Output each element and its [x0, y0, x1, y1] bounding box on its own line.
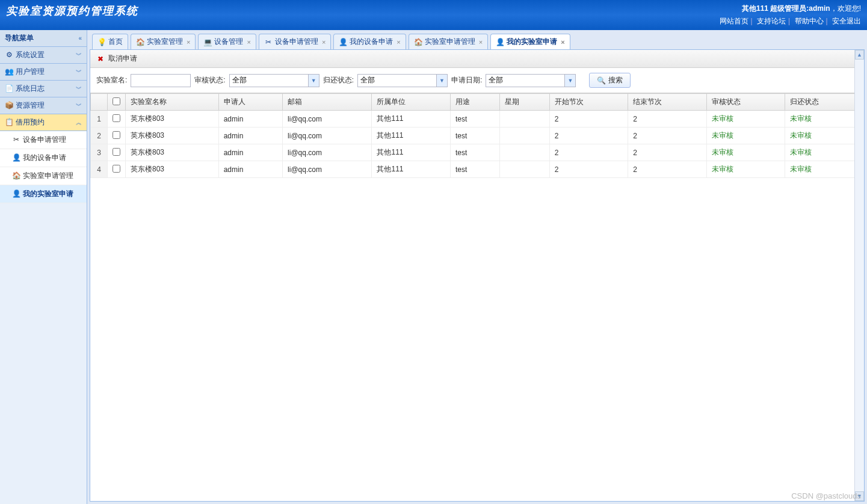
group-icon: ⚙ — [5, 51, 13, 59]
tab[interactable]: 💻设备管理× — [198, 34, 256, 49]
cell: 未审核 — [706, 161, 785, 178]
chevron-down-icon[interactable]: ▼ — [564, 75, 575, 87]
cell: 未审核 — [785, 144, 864, 161]
item-icon: 👤 — [12, 153, 20, 162]
nav-item[interactable]: 👤我的实验室申请 — [0, 185, 87, 203]
rownum-header — [91, 94, 108, 111]
cell: 2 — [628, 128, 707, 144]
lab-name-input[interactable] — [131, 74, 191, 87]
column-header[interactable]: 开始节次 — [549, 94, 628, 111]
column-header[interactable]: 用途 — [451, 94, 500, 111]
tab-icon: 👤 — [496, 38, 504, 46]
column-header[interactable]: 星期 — [500, 94, 549, 111]
cell: 2 — [628, 111, 707, 128]
cell — [500, 144, 549, 161]
nav-group[interactable]: 📋借用预约︽ — [0, 114, 87, 131]
cell: 2 — [549, 111, 628, 128]
tab[interactable]: 🏠实验室申请管理× — [409, 34, 488, 49]
nav-group[interactable]: 📦资源管理︾ — [0, 97, 87, 114]
column-header[interactable]: 邮箱 — [283, 94, 372, 111]
cell: 未审核 — [706, 111, 785, 128]
chevron-icon: ︾ — [76, 102, 82, 110]
column-header[interactable]: 实验室名称 — [126, 94, 219, 111]
tab[interactable]: 🏠实验室管理× — [131, 34, 196, 49]
tab-icon: 💻 — [203, 38, 212, 46]
group-icon: 📄 — [5, 84, 13, 93]
column-header[interactable]: 归还状态 — [785, 94, 864, 111]
cell: 2 — [549, 144, 628, 161]
group-label: 用户管理 — [16, 67, 45, 76]
column-header[interactable]: 结束节次 — [628, 94, 707, 111]
close-icon[interactable]: × — [479, 38, 483, 46]
tab-icon: 👤 — [339, 38, 347, 46]
cell: admin — [218, 161, 282, 178]
tab[interactable]: 💡首页 — [92, 34, 128, 49]
cancel-button[interactable]: 取消申请 — [108, 54, 137, 64]
cell: 未审核 — [785, 111, 864, 128]
nav-group[interactable]: 👥用户管理︾ — [0, 64, 87, 81]
table-row[interactable]: 4英东楼803adminli@qq.com其他111test22未审核未审核 — [91, 161, 864, 178]
close-icon[interactable]: × — [322, 38, 326, 46]
cell: test — [451, 161, 500, 178]
nav-group[interactable]: ⚙系统设置︾ — [0, 47, 87, 64]
link-help[interactable]: 帮助中心 — [795, 17, 824, 25]
return-combo[interactable]: ▼ — [357, 74, 448, 87]
cell: 英东楼803 — [126, 144, 219, 161]
sidebar: 导航菜单 « ⚙系统设置︾👥用户管理︾📄系统日志︾📦资源管理︾📋借用预约︽✂设备… — [0, 30, 87, 504]
nav-item[interactable]: 👤我的设备申请 — [0, 149, 87, 167]
scroll-up-icon[interactable]: ▲ — [855, 50, 864, 60]
search-button[interactable]: 🔍 搜索 — [589, 73, 631, 88]
row-checkbox[interactable] — [108, 161, 126, 178]
group-label: 系统日志 — [16, 84, 45, 93]
table-row[interactable]: 2英东楼803adminli@qq.com其他111test22未审核未审核 — [91, 128, 864, 144]
close-icon[interactable]: × — [187, 38, 190, 46]
cell: test — [451, 144, 500, 161]
column-header[interactable]: 所属单位 — [372, 94, 451, 111]
chevron-icon: ︽ — [76, 118, 82, 127]
tab-label: 实验室管理 — [147, 37, 183, 47]
check-all-header[interactable] — [108, 94, 126, 111]
group-icon: 📋 — [5, 118, 13, 126]
collapse-icon[interactable]: « — [78, 35, 82, 41]
date-combo[interactable]: ▼ — [486, 74, 576, 87]
link-home[interactable]: 网站首页 — [720, 17, 748, 25]
column-header[interactable]: 申请人 — [218, 94, 282, 111]
row-checkbox[interactable] — [108, 111, 126, 128]
tab-content: ✖ 取消申请 实验室名: 审核状态: ▼ 归还状态: ▼ 申请日期: ▼ 🔍 搜… — [90, 49, 865, 502]
table-row[interactable]: 1英东楼803adminli@qq.com其他111test22未审核未审核 — [91, 111, 864, 128]
audit-combo[interactable]: ▼ — [229, 74, 319, 87]
close-icon[interactable]: × — [396, 38, 400, 46]
chevron-down-icon[interactable]: ▼ — [436, 75, 447, 87]
row-checkbox[interactable] — [108, 128, 126, 144]
cell: 英东楼803 — [126, 111, 219, 128]
nav-item[interactable]: 🏠实验室申请管理 — [0, 167, 87, 185]
app-title: 实验室资源预约管理系统 — [6, 4, 138, 18]
tab-label: 我的设备申请 — [350, 37, 393, 47]
link-forum[interactable]: 支持论坛 — [757, 17, 786, 25]
tab[interactable]: 👤我的设备申请× — [333, 34, 406, 49]
table-row[interactable]: 3英东楼803adminli@qq.com其他111test22未审核未审核 — [91, 144, 864, 161]
row-number: 4 — [91, 161, 108, 178]
vertical-scrollbar[interactable]: ▲ ▼ — [854, 50, 864, 501]
tab-label: 设备申请管理 — [275, 37, 318, 47]
nav-item[interactable]: ✂设备申请管理 — [0, 131, 87, 149]
link-logout[interactable]: 安全退出 — [832, 17, 861, 25]
filter-bar: 实验室名: 审核状态: ▼ 归还状态: ▼ 申请日期: ▼ 🔍 搜索 — [90, 68, 864, 93]
chevron-down-icon[interactable]: ▼ — [308, 75, 319, 87]
cell: li@qq.com — [283, 111, 372, 128]
cell: test — [451, 111, 500, 128]
tab-icon: 💡 — [97, 38, 106, 46]
tab[interactable]: 👤我的实验室申请× — [490, 34, 570, 49]
tab-label: 设备管理 — [214, 37, 243, 47]
nav-group[interactable]: 📄系统日志︾ — [0, 81, 87, 97]
cell — [500, 111, 549, 128]
column-header[interactable]: 审核状态 — [706, 94, 785, 111]
row-checkbox[interactable] — [108, 144, 126, 161]
tab[interactable]: ✂设备申请管理× — [259, 34, 331, 49]
tab-label: 我的实验室申请 — [507, 37, 557, 47]
tab-label: 首页 — [108, 37, 123, 47]
nav-title: 导航菜单 « — [0, 30, 87, 47]
cell: li@qq.com — [283, 144, 372, 161]
close-icon[interactable]: × — [561, 38, 564, 46]
close-icon[interactable]: × — [247, 38, 250, 46]
